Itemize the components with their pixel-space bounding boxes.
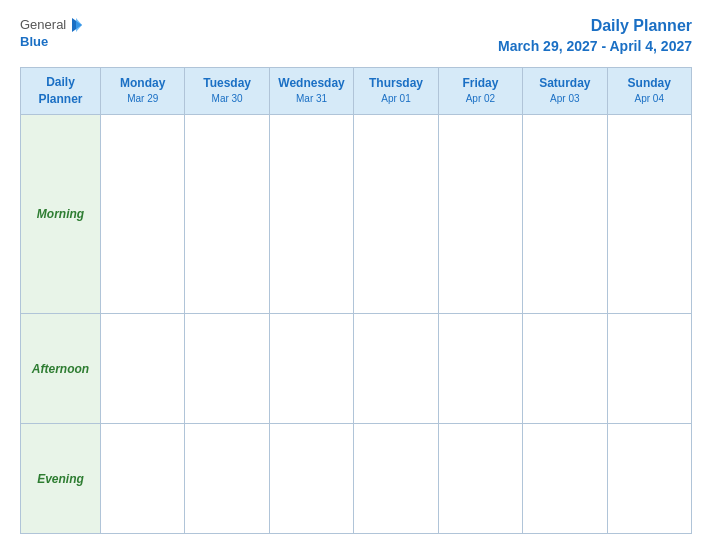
morning-monday[interactable] — [101, 114, 185, 313]
afternoon-saturday[interactable] — [523, 314, 607, 424]
logo-area: General Blue — [20, 16, 86, 50]
day-name-tuesday: Tuesday — [187, 75, 266, 92]
evening-sunday[interactable] — [607, 424, 691, 534]
day-name-monday: Monday — [103, 75, 182, 92]
afternoon-row: Afternoon — [21, 314, 692, 424]
date-range: March 29, 2027 - April 4, 2027 — [498, 37, 692, 55]
logo-blue-text: Blue — [20, 34, 48, 50]
evening-tuesday[interactable] — [185, 424, 269, 534]
day-date-saturday: Apr 03 — [525, 92, 604, 106]
afternoon-wednesday[interactable] — [269, 314, 353, 424]
day-name-wednesday: Wednesday — [272, 75, 351, 92]
morning-friday[interactable] — [438, 114, 522, 313]
page-title: Daily Planner — [498, 16, 692, 37]
page: General Blue Daily Planner March 29, 202… — [0, 0, 712, 550]
day-date-tuesday: Mar 30 — [187, 92, 266, 106]
header: General Blue Daily Planner March 29, 202… — [20, 16, 692, 55]
title-area: Daily Planner March 29, 2027 - April 4, … — [498, 16, 692, 55]
col-header-tuesday: Tuesday Mar 30 — [185, 67, 269, 114]
calendar-header-row: Daily Planner Monday Mar 29 Tuesday Mar … — [21, 67, 692, 114]
morning-tuesday[interactable] — [185, 114, 269, 313]
day-name-saturday: Saturday — [525, 75, 604, 92]
col-header-friday: Friday Apr 02 — [438, 67, 522, 114]
evening-label: Evening — [37, 472, 84, 486]
calendar-table: Daily Planner Monday Mar 29 Tuesday Mar … — [20, 67, 692, 534]
afternoon-label: Afternoon — [32, 362, 89, 376]
afternoon-friday[interactable] — [438, 314, 522, 424]
day-name-sunday: Sunday — [610, 75, 689, 92]
afternoon-sunday[interactable] — [607, 314, 691, 424]
col-header-sunday: Sunday Apr 04 — [607, 67, 691, 114]
svg-marker-1 — [76, 18, 82, 32]
afternoon-thursday[interactable] — [354, 314, 438, 424]
evening-label-cell: Evening — [21, 424, 101, 534]
logo-general-text: General — [20, 17, 66, 33]
day-date-friday: Apr 02 — [441, 92, 520, 106]
evening-wednesday[interactable] — [269, 424, 353, 534]
morning-row: Morning — [21, 114, 692, 313]
day-date-monday: Mar 29 — [103, 92, 182, 106]
day-name-thursday: Thursday — [356, 75, 435, 92]
col-header-thursday: Thursday Apr 01 — [354, 67, 438, 114]
planner-label: Planner — [38, 92, 82, 106]
morning-label-cell: Morning — [21, 114, 101, 313]
evening-thursday[interactable] — [354, 424, 438, 534]
morning-wednesday[interactable] — [269, 114, 353, 313]
evening-saturday[interactable] — [523, 424, 607, 534]
col-header-wednesday: Wednesday Mar 31 — [269, 67, 353, 114]
daily-planner-header-cell: Daily Planner — [21, 67, 101, 114]
morning-label: Morning — [37, 207, 84, 221]
afternoon-monday[interactable] — [101, 314, 185, 424]
evening-row: Evening — [21, 424, 692, 534]
day-date-sunday: Apr 04 — [610, 92, 689, 106]
day-name-friday: Friday — [441, 75, 520, 92]
evening-friday[interactable] — [438, 424, 522, 534]
logo-icon — [68, 16, 86, 34]
daily-label: Daily — [46, 75, 75, 89]
logo-row: General — [20, 16, 86, 34]
day-date-wednesday: Mar 31 — [272, 92, 351, 106]
col-header-monday: Monday Mar 29 — [101, 67, 185, 114]
afternoon-label-cell: Afternoon — [21, 314, 101, 424]
morning-thursday[interactable] — [354, 114, 438, 313]
afternoon-tuesday[interactable] — [185, 314, 269, 424]
day-date-thursday: Apr 01 — [356, 92, 435, 106]
morning-saturday[interactable] — [523, 114, 607, 313]
morning-sunday[interactable] — [607, 114, 691, 313]
evening-monday[interactable] — [101, 424, 185, 534]
col-header-saturday: Saturday Apr 03 — [523, 67, 607, 114]
